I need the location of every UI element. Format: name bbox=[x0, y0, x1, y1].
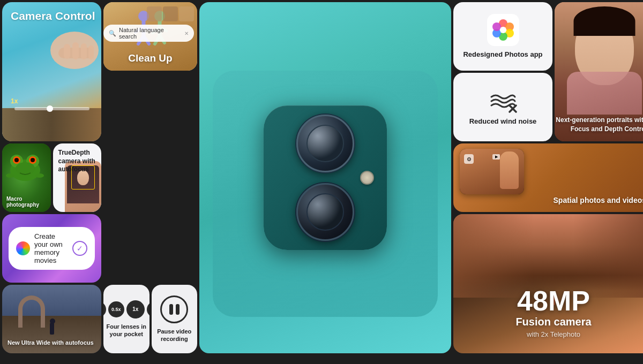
lens-05x-badge: 0.5x bbox=[108, 301, 124, 317]
portraits-label: Next-generation portraits with Focus and… bbox=[555, 116, 643, 134]
cleanup-label: Clean Up bbox=[128, 52, 172, 64]
macro-label: Macro photography bbox=[6, 196, 51, 208]
svg-rect-4 bbox=[81, 43, 87, 59]
spatial-tile: ⚙ ▶ Spatial photos and videos bbox=[453, 143, 643, 212]
48mp-tile: 48MP Fusion camera with 2x Telephoto bbox=[453, 214, 643, 353]
camera-control-tile: Camera Control 1x bbox=[2, 2, 101, 141]
ultrawide-tile: New Ultra Wide with autofocus bbox=[2, 285, 101, 353]
fusion-camera-label: Fusion camera bbox=[515, 316, 591, 328]
svg-point-35 bbox=[16, 162, 35, 175]
svg-point-36 bbox=[6, 173, 14, 178]
zoom-level: 1x bbox=[11, 97, 18, 105]
search-text: Natural language search bbox=[119, 27, 182, 40]
truedepth-label: TrueDepth camera with autofocus bbox=[58, 149, 96, 174]
flower-lens-icon: 🌷 bbox=[103, 301, 106, 317]
lens-1x-badge: 1x bbox=[126, 300, 145, 318]
spatial-label: Spatial photos and videos bbox=[554, 196, 643, 204]
portraits-tile: Next-generation portraits with Focus and… bbox=[555, 2, 643, 141]
48mp-main-label: 48MP bbox=[515, 287, 591, 315]
pause-label: Pause video recording bbox=[152, 328, 198, 343]
pause-button-icon bbox=[160, 295, 188, 323]
macro-truedepth-container: Macro photography TrueDepth camera with … bbox=[2, 143, 101, 212]
svg-point-34 bbox=[31, 158, 35, 162]
photos-app-icon bbox=[487, 14, 519, 46]
four-lenses-tile: 🌷 0.5x 1x 2x Four lenses in your pocket bbox=[103, 285, 149, 353]
lenses-pause-container: 🌷 0.5x 1x 2x Four lenses in your pocket … bbox=[103, 285, 197, 353]
svg-point-37 bbox=[35, 173, 44, 178]
svg-rect-2 bbox=[64, 44, 70, 59]
ultrawide-label: New Ultra Wide with autofocus bbox=[8, 339, 94, 346]
macro-tile: Macro photography bbox=[2, 143, 51, 212]
svg-point-25 bbox=[500, 27, 506, 33]
svg-rect-5 bbox=[88, 46, 94, 59]
wind-noise-label: Reduced wind noise bbox=[469, 117, 537, 125]
lens-2x-badge: 2x bbox=[147, 301, 149, 317]
memory-checkmark[interactable]: ✓ bbox=[72, 241, 87, 256]
cleanup-tile: 🔍 Natural language search ✕ Clean Up bbox=[103, 2, 197, 71]
svg-point-24 bbox=[492, 22, 501, 31]
photos-app-tile: Redesigned Photos app bbox=[453, 2, 552, 71]
lenses-label: Four lenses in your pocket bbox=[103, 323, 149, 338]
search-clear-icon[interactable]: ✕ bbox=[184, 31, 189, 36]
wind-icon bbox=[489, 89, 517, 113]
svg-rect-3 bbox=[72, 42, 79, 59]
phone-tile bbox=[199, 2, 451, 353]
memory-input-text: Create your own memory movies bbox=[34, 232, 68, 264]
truedepth-tile: TrueDepth camera with autofocus bbox=[53, 143, 102, 212]
wind-noise-tile: Reduced wind noise bbox=[453, 73, 552, 141]
pause-video-tile: Pause video recording bbox=[152, 285, 198, 353]
photos-app-label: Redesigned Photos app bbox=[463, 50, 542, 59]
search-icon: 🔍 bbox=[109, 30, 116, 37]
frog-icon bbox=[5, 146, 45, 184]
siri-icon bbox=[16, 241, 30, 255]
svg-point-32 bbox=[14, 158, 19, 162]
telephoto-label: with 2x Telephoto bbox=[515, 330, 591, 338]
memory-movies-tile: Create your own memory movies ✓ bbox=[2, 214, 101, 283]
